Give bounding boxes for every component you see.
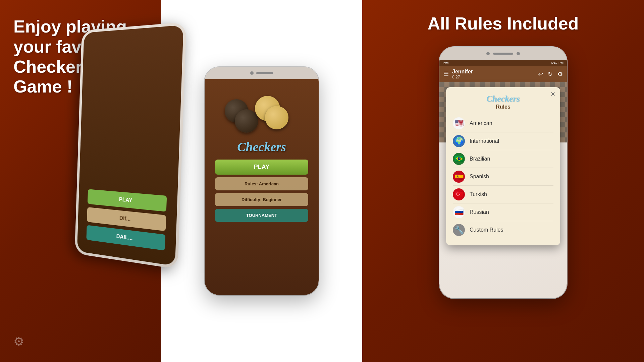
rule-item[interactable]: 🌍International — [453, 132, 553, 150]
rule-name-label: Turkish — [470, 191, 487, 197]
play-button[interactable]: PLAY — [215, 160, 309, 175]
rule-name-label: Brazilian — [470, 156, 490, 162]
rule-item[interactable]: 🇧🇷Brazilian — [453, 150, 553, 168]
undo-icon[interactable]: ↩ — [538, 70, 543, 78]
rules-button[interactable]: Rules: American — [215, 177, 309, 190]
panel-right: All Rules Included inwi 6:47 PM ☰ Jennif… — [362, 0, 644, 362]
phone-left-inner: PLAY Dif... DAIL... — [77, 25, 183, 266]
carrier-label: inwi — [443, 61, 448, 65]
redo-icon[interactable]: ↻ — [548, 70, 553, 78]
flag-es-icon: 🇪🇸 — [453, 171, 465, 183]
right-front-camera-left — [486, 52, 490, 55]
tournament-button[interactable]: TOURNAMENT — [215, 209, 309, 222]
right-headline: All Rules Included — [428, 13, 579, 34]
phone-right-mockup: inwi 6:47 PM ☰ Jennifer 0:27 ↩ ↻ ⚙ — [439, 47, 567, 298]
flag-ru-icon: 🇷🇺 — [453, 206, 465, 218]
rule-item[interactable]: 🇪🇸Spanish — [453, 168, 553, 186]
right-phone-screen: inwi 6:47 PM ☰ Jennifer 0:27 ↩ ↻ ⚙ — [439, 60, 567, 298]
app-header-actions: ↩ ↻ ⚙ — [538, 70, 563, 78]
rule-name-label: Spanish — [470, 174, 489, 180]
rules-list: 🇺🇸American🌍International🇧🇷Brazilian🇪🇸Spa… — [453, 115, 553, 239]
checkers-coins-area — [205, 79, 319, 139]
rules-dialog: ✕ Checkers Rules 🇺🇸American🌍Internationa… — [446, 87, 560, 245]
dialog-title-checkers: Checkers — [453, 94, 553, 104]
user-name: Jennifer — [452, 69, 535, 75]
dialog-close-button[interactable]: ✕ — [550, 90, 555, 98]
rule-item[interactable]: 🇷🇺Russian — [453, 203, 553, 221]
flag-intl-icon: 🌍 — [453, 135, 465, 147]
panel-left: Enjoy playing your favorite Checkers Boa… — [0, 0, 161, 362]
phone-left-mockup: PLAY Dif... DAIL... — [75, 22, 187, 269]
rule-name-label: Custom Rules — [470, 227, 503, 233]
panel-center: Checkers PLAY Rules: American Difficulty… — [161, 0, 362, 362]
flag-us-icon: 🇺🇸 — [453, 117, 465, 129]
phone-center-mockup: Checkers PLAY Rules: American Difficulty… — [205, 67, 319, 295]
gear-icon[interactable]: ⚙ — [13, 335, 24, 349]
right-phone-top — [439, 47, 567, 60]
app-header: ☰ Jennifer 0:27 ↩ ↻ ⚙ — [439, 66, 567, 82]
rule-name-label: International — [470, 138, 499, 144]
flag-br-icon: 🇧🇷 — [453, 153, 465, 165]
right-phone-speaker — [493, 53, 513, 55]
checkers-title: Checkers — [237, 139, 286, 154]
phone-top-bar — [205, 67, 319, 79]
rule-name-label: American — [470, 120, 492, 126]
phone-screen: Checkers PLAY Rules: American Difficulty… — [205, 79, 319, 295]
phone-speaker — [256, 72, 273, 74]
dialog-title-rules: Rules — [453, 104, 553, 110]
dark-coin-2 — [235, 109, 258, 133]
game-timer: 0:27 — [452, 75, 535, 79]
flag-custom-icon: 🔧 — [453, 224, 465, 236]
rule-name-label: Russian — [470, 209, 489, 215]
settings-icon[interactable]: ⚙ — [557, 70, 563, 78]
rule-item[interactable]: 🔧Custom Rules — [453, 221, 553, 239]
flag-tr-icon: 🇹🇷 — [453, 188, 465, 200]
hamburger-icon[interactable]: ☰ — [443, 70, 449, 78]
status-bar: inwi 6:47 PM — [439, 60, 567, 66]
difficulty-button[interactable]: Difficulty: Beginner — [215, 193, 309, 206]
time-label: 6:47 PM — [551, 61, 564, 65]
right-front-camera-right — [517, 52, 520, 55]
rule-item[interactable]: 🇺🇸American — [453, 115, 553, 132]
app-header-info: Jennifer 0:27 — [452, 69, 535, 79]
front-camera — [250, 71, 254, 75]
light-coin-2 — [265, 106, 288, 129]
rule-item[interactable]: 🇹🇷Turkish — [453, 186, 553, 203]
